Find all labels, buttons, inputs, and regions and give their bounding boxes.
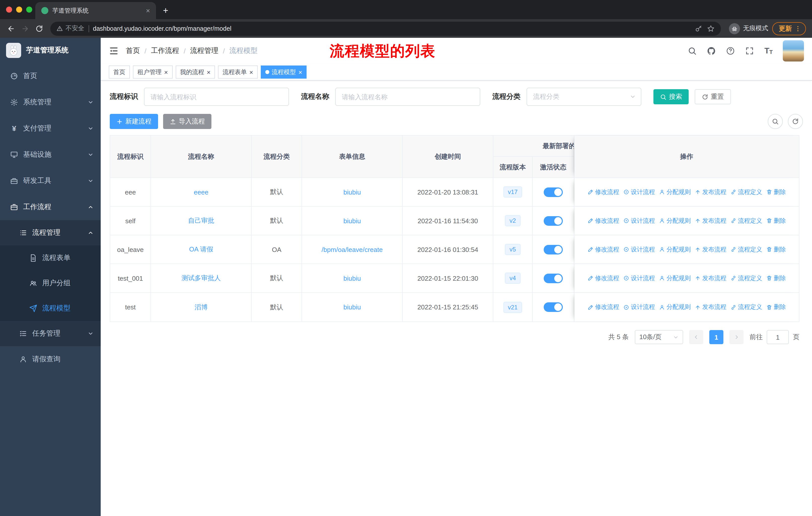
- process-name-link[interactable]: 自己审批: [188, 216, 214, 225]
- sidebar-item-devtools[interactable]: 研发工具: [0, 168, 101, 194]
- app-logo[interactable]: 芋道管理系统: [0, 38, 101, 63]
- tag-my-process[interactable]: 我的流程 ×: [175, 65, 215, 79]
- process-definition-link[interactable]: 流程定义: [730, 188, 762, 196]
- publish-process-link[interactable]: 发布流程: [695, 216, 726, 225]
- tab-close-icon[interactable]: ×: [146, 7, 150, 14]
- version-badge[interactable]: v4: [505, 273, 520, 284]
- sidebar-item-leave-query[interactable]: 请假查询: [0, 346, 101, 372]
- security-indicator[interactable]: 不安全: [56, 24, 84, 33]
- breadcrumb-item[interactable]: 流程管理: [190, 46, 219, 55]
- form-info-link[interactable]: /bpm/oa/leave/create: [322, 246, 383, 253]
- breadcrumb-item[interactable]: 首页: [126, 46, 140, 55]
- font-size-icon[interactable]: TT: [764, 47, 773, 55]
- github-icon[interactable]: [707, 46, 716, 55]
- delete-process-link[interactable]: 删除: [766, 274, 786, 282]
- process-name-input[interactable]: [335, 88, 480, 106]
- process-name-link[interactable]: 测试多审批人: [181, 274, 221, 283]
- kebab-menu-icon[interactable]: [794, 25, 802, 32]
- forward-button[interactable]: [18, 21, 32, 35]
- version-badge[interactable]: v17: [503, 186, 522, 197]
- process-id-input[interactable]: [144, 88, 289, 106]
- tag-home[interactable]: 首页: [109, 65, 130, 79]
- version-badge[interactable]: v21: [503, 302, 522, 313]
- design-process-link[interactable]: 设计流程: [623, 274, 655, 282]
- create-process-button[interactable]: 新建流程: [110, 114, 158, 129]
- process-name-link[interactable]: OA 请假: [189, 245, 213, 254]
- assign-rule-link[interactable]: 分配规则: [659, 245, 691, 254]
- close-window-button[interactable]: [6, 6, 12, 12]
- form-info-link[interactable]: biubiu: [343, 188, 361, 196]
- user-avatar[interactable]: [783, 40, 804, 61]
- design-process-link[interactable]: 设计流程: [623, 188, 655, 196]
- fullscreen-icon[interactable]: [745, 46, 754, 55]
- next-page-button[interactable]: [729, 330, 744, 344]
- publish-process-link[interactable]: 发布流程: [695, 303, 726, 311]
- prev-page-button[interactable]: [689, 330, 703, 344]
- sidebar-item-workflow[interactable]: 工作流程: [0, 194, 101, 220]
- help-icon[interactable]: [726, 46, 735, 55]
- search-button[interactable]: 搜索: [654, 89, 689, 104]
- publish-process-link[interactable]: 发布流程: [695, 245, 726, 254]
- sidebar-item-payment[interactable]: ¥ 支付管理: [0, 115, 101, 142]
- process-definition-link[interactable]: 流程定义: [730, 245, 762, 254]
- process-name-link[interactable]: 滔博: [195, 303, 208, 312]
- tag-process-form[interactable]: 流程表单 ×: [218, 65, 258, 79]
- reload-button[interactable]: [32, 21, 46, 35]
- close-icon[interactable]: ×: [207, 69, 210, 75]
- delete-process-link[interactable]: 删除: [766, 188, 786, 196]
- status-toggle[interactable]: [544, 187, 563, 197]
- assign-rule-link[interactable]: 分配规则: [659, 303, 691, 311]
- breadcrumb-item[interactable]: 工作流程: [151, 46, 179, 55]
- new-tab-button[interactable]: +: [159, 4, 172, 17]
- browser-tab[interactable]: 芋道管理系统 ×: [35, 2, 156, 19]
- status-toggle[interactable]: [544, 273, 563, 283]
- sidebar-fold-icon[interactable]: [109, 46, 119, 56]
- publish-process-link[interactable]: 发布流程: [695, 274, 726, 282]
- sidebar-item-process-management[interactable]: 流程管理: [0, 220, 101, 245]
- process-category-select[interactable]: 流程分类: [527, 88, 641, 106]
- import-process-button[interactable]: 导入流程: [163, 114, 211, 129]
- status-toggle[interactable]: [544, 302, 563, 312]
- minimize-window-button[interactable]: [16, 6, 22, 12]
- back-button[interactable]: [4, 21, 18, 35]
- search-icon[interactable]: [688, 46, 697, 55]
- sidebar-item-process-form[interactable]: 流程表单: [0, 245, 101, 271]
- assign-rule-link[interactable]: 分配规则: [659, 188, 691, 196]
- address-bar[interactable]: 不安全 dashboard.yudao.iocoder.cn/bpm/manag…: [50, 21, 721, 35]
- design-process-link[interactable]: 设计流程: [623, 216, 655, 225]
- goto-page-input[interactable]: [767, 330, 789, 344]
- status-toggle[interactable]: [544, 245, 563, 254]
- page-size-select[interactable]: 10条/页: [635, 330, 683, 344]
- sidebar-item-process-model[interactable]: 流程模型: [0, 296, 101, 321]
- tag-process-model-active[interactable]: 流程模型 ×: [261, 65, 307, 79]
- status-toggle[interactable]: [544, 216, 563, 225]
- browser-update-button[interactable]: 更新: [772, 22, 806, 35]
- edit-process-link[interactable]: 修改流程: [587, 188, 619, 196]
- version-badge[interactable]: v5: [505, 244, 520, 255]
- close-icon[interactable]: ×: [298, 69, 302, 75]
- process-definition-link[interactable]: 流程定义: [730, 274, 762, 282]
- assign-rule-link[interactable]: 分配规则: [659, 216, 691, 225]
- design-process-link[interactable]: 设计流程: [623, 303, 655, 311]
- design-process-link[interactable]: 设计流程: [623, 245, 655, 254]
- sidebar-item-infrastructure[interactable]: 基础设施: [0, 142, 101, 168]
- process-definition-link[interactable]: 流程定义: [730, 216, 762, 225]
- window-controls[interactable]: [6, 6, 32, 12]
- publish-process-link[interactable]: 发布流程: [695, 188, 726, 196]
- sidebar-item-system[interactable]: 系统管理: [0, 89, 101, 115]
- show-search-button[interactable]: [768, 114, 783, 129]
- edit-process-link[interactable]: 修改流程: [587, 303, 619, 311]
- password-key-icon[interactable]: [695, 24, 703, 32]
- edit-process-link[interactable]: 修改流程: [587, 274, 619, 282]
- edit-process-link[interactable]: 修改流程: [587, 216, 619, 225]
- process-definition-link[interactable]: 流程定义: [730, 303, 762, 311]
- version-badge[interactable]: v2: [505, 215, 520, 226]
- process-name-link[interactable]: eeee: [194, 188, 208, 196]
- zoom-window-button[interactable]: [26, 6, 32, 12]
- reset-button[interactable]: 重置: [695, 89, 731, 104]
- form-info-link[interactable]: biubiu: [343, 303, 361, 311]
- sidebar-item-home[interactable]: 首页: [0, 63, 101, 89]
- form-info-link[interactable]: biubiu: [343, 274, 361, 282]
- sidebar-item-task-management[interactable]: 任务管理: [0, 321, 101, 346]
- delete-process-link[interactable]: 删除: [766, 245, 786, 254]
